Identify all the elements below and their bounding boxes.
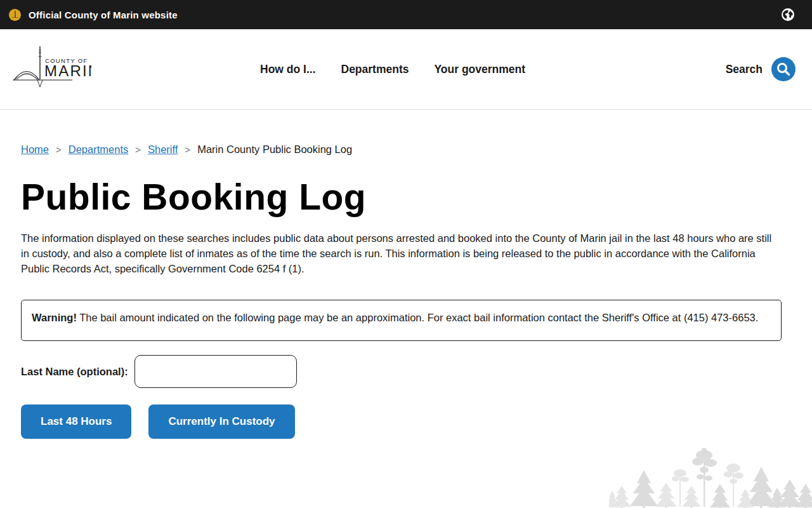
warning-label: Warning! <box>32 312 77 323</box>
search-group: Search <box>726 57 796 81</box>
last-name-input[interactable] <box>134 355 297 388</box>
search-icon <box>771 57 796 81</box>
breadcrumb-separator: > <box>56 144 62 155</box>
intro-paragraph: The information displayed on these searc… <box>21 231 782 276</box>
page-title: Public Booking Log <box>21 176 782 218</box>
action-buttons: Last 48 Hours Currently In Custody <box>21 404 782 439</box>
official-banner: Official County of Marin website <box>0 0 812 29</box>
site-header: COUNTY OF MARIN How do I... Departments … <box>0 29 812 110</box>
main-content: Home > Departments > Sheriff > Marin Cou… <box>21 144 782 439</box>
gov-seal-icon <box>9 9 21 21</box>
county-of-marin-logo[interactable]: COUNTY OF MARIN <box>11 44 91 95</box>
search-button[interactable] <box>771 57 796 81</box>
language-globe-icon[interactable] <box>780 7 796 22</box>
breadcrumb: Home > Departments > Sheriff > Marin Cou… <box>21 144 782 156</box>
official-site-text: Official County of Marin website <box>29 10 178 20</box>
breadcrumb-separator: > <box>185 144 190 155</box>
main-navigation: How do I... Departments Your government <box>260 63 525 76</box>
last-48-hours-button[interactable]: Last 48 Hours <box>21 404 131 439</box>
last-name-label: Last Name (optional): <box>21 366 128 378</box>
currently-in-custody-button[interactable]: Currently In Custody <box>148 404 294 439</box>
nav-your-government[interactable]: Your government <box>434 63 525 76</box>
nav-how-do-i[interactable]: How do I... <box>260 63 316 76</box>
breadcrumb-sheriff[interactable]: Sheriff <box>148 144 178 156</box>
warning-text: The bail amount indicated on the followi… <box>77 312 758 323</box>
logo-text-large: MARIN <box>44 62 91 79</box>
breadcrumb-home[interactable]: Home <box>21 144 49 156</box>
breadcrumb-separator: > <box>135 144 141 155</box>
breadcrumb-departments[interactable]: Departments <box>69 144 128 156</box>
search-label[interactable]: Search <box>726 63 763 76</box>
forest-silhouette-graphic <box>609 441 812 508</box>
nav-departments[interactable]: Departments <box>341 63 409 76</box>
last-name-form-row: Last Name (optional): <box>21 355 782 388</box>
warning-box: Warning! The bail amount indicated on th… <box>21 300 782 341</box>
breadcrumb-current: Marin County Public Booking Log <box>197 144 352 156</box>
